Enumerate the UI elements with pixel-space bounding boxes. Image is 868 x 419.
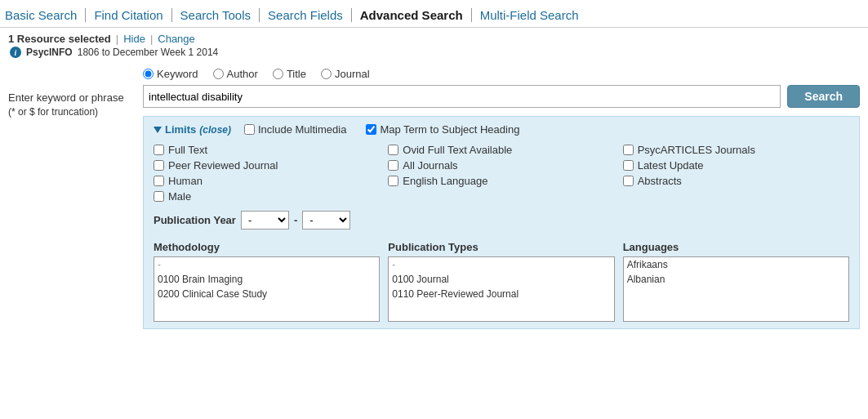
pub-type-item-0[interactable]: - [389, 257, 613, 272]
radio-title-label: Title [287, 68, 306, 80]
map-term-option[interactable]: Map Term to Subject Heading [366, 123, 519, 136]
nav-basic-search[interactable]: Basic Search [3, 8, 86, 22]
check-latest-update-label: Latest Update [638, 159, 704, 172]
check-psycarticles-label: PsycARTICLES Journals [638, 144, 755, 156]
radio-title-input[interactable] [273, 69, 283, 79]
check-psycarticles[interactable]: PsycARTICLES Journals [623, 144, 849, 156]
pub-type-item-1[interactable]: 0100 Journal [389, 272, 613, 287]
publication-types-section: Publication Types - 0100 Journal 0110 Pe… [388, 241, 614, 322]
check-full-text-input[interactable] [154, 145, 164, 155]
limits-section: Limits (close) Include Multimedia Map Te… [143, 116, 860, 329]
search-type-row: Keyword Author Title Journal [143, 68, 860, 80]
triangle-icon [154, 127, 162, 133]
nav-search-tools[interactable]: Search Tools [172, 8, 260, 22]
radio-keyword-label: Keyword [157, 68, 198, 80]
resource-bar: 1 Resource selected | Hide | Change i Ps… [0, 28, 868, 60]
radio-keyword-input[interactable] [143, 69, 154, 79]
publication-types-title: Publication Types [388, 241, 614, 253]
check-abstracts[interactable]: Abstracts [623, 175, 849, 187]
limits-title: Limits (close) [154, 123, 231, 136]
methodology-item-1[interactable]: 0100 Brain Imaging [154, 272, 379, 287]
hide-link[interactable]: Hide [123, 33, 145, 45]
include-multimedia-label: Include Multimedia [258, 123, 346, 136]
pub-year-row: Publication Year - 2014201320122011 - - … [154, 211, 849, 230]
search-label: Enter keyword or phrase (* or $ for trun… [8, 68, 135, 119]
label-line2: (* or $ for truncation) [8, 105, 135, 119]
publication-types-listbox[interactable]: - 0100 Journal 0110 Peer-Reviewed Journa… [388, 256, 614, 322]
check-english-language-input[interactable] [388, 176, 398, 186]
check-latest-update-input[interactable] [623, 160, 634, 171]
check-abstracts-label: Abstracts [638, 175, 682, 187]
check-psycarticles-input[interactable] [623, 145, 634, 155]
bottom-lists-row: Methodology - 0100 Brain Imaging 0200 Cl… [154, 241, 849, 322]
check-peer-reviewed-label: Peer Reviewed Journal [168, 159, 278, 172]
include-multimedia-option[interactable]: Include Multimedia [244, 123, 346, 136]
radio-author-input[interactable] [213, 69, 224, 79]
limits-label: Limits [165, 123, 196, 136]
search-button[interactable]: Search [787, 85, 860, 108]
methodology-item-2[interactable]: 0200 Clinical Case Study [154, 287, 379, 301]
check-full-text[interactable]: Full Text [154, 144, 380, 156]
check-all-journals-input[interactable] [388, 160, 398, 171]
label-line1: Enter keyword or phrase [8, 91, 135, 105]
check-all-journals[interactable]: All Journals [388, 159, 614, 172]
pub-year-dash: - [294, 214, 297, 226]
radio-journal-input[interactable] [321, 69, 332, 79]
languages-section: Languages Afrikaans Albanian [623, 241, 849, 322]
db-dates: 1806 to December Week 1 2014 [78, 47, 219, 58]
check-human-label: Human [168, 175, 203, 187]
radio-journal[interactable]: Journal [321, 68, 370, 80]
methodology-listbox[interactable]: - 0100 Brain Imaging 0200 Clinical Case … [154, 256, 380, 322]
check-human[interactable]: Human [154, 175, 380, 187]
change-link[interactable]: Change [158, 33, 195, 45]
check-all-journals-label: All Journals [403, 159, 457, 172]
search-input[interactable] [143, 85, 781, 108]
radio-author-label: Author [227, 68, 258, 80]
search-input-row: Search [143, 85, 860, 108]
check-ovid-full-text[interactable]: Ovid Full Text Available [388, 144, 614, 156]
search-column: Keyword Author Title Journal Search [143, 68, 860, 329]
check-peer-reviewed[interactable]: Peer Reviewed Journal [154, 159, 380, 172]
check-male-label: Male [168, 190, 191, 203]
radio-journal-label: Journal [335, 68, 370, 80]
check-human-input[interactable] [154, 176, 164, 186]
info-icon: i [10, 47, 21, 58]
nav-find-citation[interactable]: Find Citation [86, 8, 171, 22]
check-peer-reviewed-input[interactable] [154, 160, 164, 171]
limits-toggle[interactable]: (close) [199, 124, 231, 136]
pub-year-label: Publication Year [154, 214, 236, 226]
checkboxes-grid: Full Text Ovid Full Text Available PsycA… [154, 144, 849, 203]
methodology-title: Methodology [154, 241, 380, 253]
nav-advanced-search[interactable]: Advanced Search [352, 8, 472, 22]
map-term-label: Map Term to Subject Heading [380, 123, 519, 136]
languages-listbox[interactable]: Afrikaans Albanian [623, 256, 849, 322]
db-name: PsycINFO [26, 47, 73, 58]
radio-author[interactable]: Author [213, 68, 258, 80]
check-ovid-full-text-input[interactable] [388, 145, 398, 155]
check-abstracts-input[interactable] [623, 176, 634, 186]
map-term-checkbox[interactable] [366, 124, 376, 135]
pub-year-from-select[interactable]: - 2014201320122011 [241, 211, 289, 230]
check-ovid-full-text-label: Ovid Full Text Available [403, 144, 512, 156]
lang-item-1[interactable]: Albanian [624, 272, 848, 287]
check-latest-update[interactable]: Latest Update [623, 159, 849, 172]
pub-year-to-select[interactable]: - 2014201320122011 [302, 211, 350, 230]
check-male-input[interactable] [154, 191, 164, 202]
radio-keyword[interactable]: Keyword [143, 68, 198, 80]
check-english-language[interactable]: English Language [388, 175, 614, 187]
nav-multi-field-search[interactable]: Multi-Field Search [472, 8, 587, 22]
nav-search-fields[interactable]: Search Fields [260, 8, 352, 22]
limits-header-options: Include Multimedia Map Term to Subject H… [244, 123, 519, 136]
radio-title[interactable]: Title [273, 68, 306, 80]
methodology-item-0[interactable]: - [154, 257, 379, 272]
lang-item-0[interactable]: Afrikaans [624, 257, 848, 272]
resource-count: 1 Resource selected [8, 33, 111, 45]
resource-info: i PsycINFO 1806 to December Week 1 2014 [8, 47, 860, 58]
languages-title: Languages [623, 241, 849, 253]
pub-type-item-2[interactable]: 0110 Peer-Reviewed Journal [389, 287, 613, 301]
main-search-area: Enter keyword or phrase (* or $ for trun… [0, 60, 868, 329]
check-full-text-label: Full Text [168, 144, 207, 156]
check-english-language-label: English Language [403, 175, 487, 187]
check-male[interactable]: Male [154, 190, 380, 203]
include-multimedia-checkbox[interactable] [244, 124, 255, 135]
